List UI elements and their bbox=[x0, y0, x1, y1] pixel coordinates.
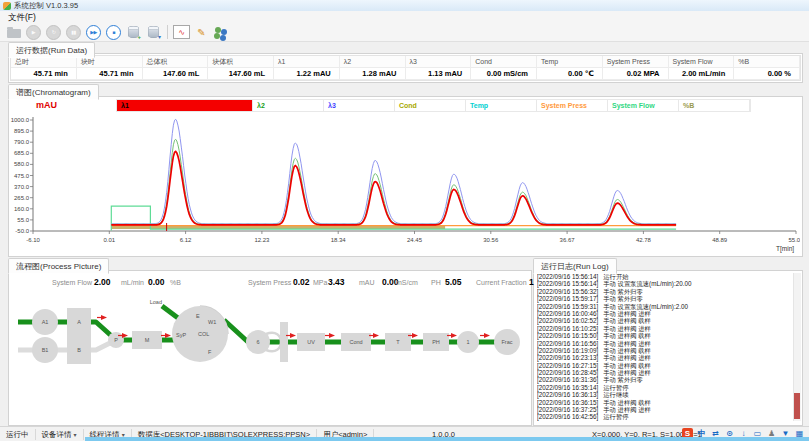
tab-chromatogram[interactable]: 谱图(Chromatogram) bbox=[8, 84, 99, 100]
report-database-icon[interactable]: + bbox=[125, 24, 142, 40]
play-icon[interactable]: ▶ bbox=[25, 24, 42, 40]
svg-text:790.0: 790.0 bbox=[14, 139, 30, 145]
log-entry[interactable]: [2022/09/16 16:42:56]运行暂停 bbox=[537, 413, 791, 420]
fast-forward-icon[interactable]: ▶▶ bbox=[85, 24, 102, 40]
svg-text:1000.0: 1000.0 bbox=[11, 117, 30, 123]
flow-direction-arrow-icon bbox=[165, 333, 171, 338]
log-entry[interactable]: [2022/09/16 15:56:14]运行开始 bbox=[537, 273, 791, 280]
log-time: [2022/09/16 16:10:25] bbox=[537, 325, 598, 332]
tab-run-data[interactable]: 运行数据(Run Data) bbox=[8, 42, 95, 58]
svg-text:580.0: 580.0 bbox=[14, 161, 30, 167]
legend-item[interactable]: System Press bbox=[537, 100, 608, 111]
toolbar: ▶↻▮▮▶▶■+▾∿✎ bbox=[0, 23, 809, 42]
export-database-icon[interactable]: ▾ bbox=[145, 24, 162, 40]
flow-node bbox=[280, 322, 288, 362]
run-data-value: 147.60 mL bbox=[208, 68, 274, 80]
flow-node-label: 1 bbox=[466, 339, 469, 345]
log-time: [2022/09/16 16:36:15] bbox=[537, 399, 598, 406]
log-text: 手动 进样阀 载样 bbox=[603, 317, 651, 324]
repeat-icon[interactable]: ↻ bbox=[45, 24, 62, 40]
log-entry[interactable]: [2022/09/16 16:36:13]运行继续 bbox=[537, 391, 791, 398]
series-λ1 bbox=[111, 152, 676, 225]
legend-item[interactable]: λ1 bbox=[117, 100, 253, 111]
log-entry[interactable]: [2022/09/16 16:16:56]手动 进样阀 进样 bbox=[537, 340, 791, 347]
run-data-value: 45.71 min bbox=[11, 68, 77, 80]
run-data-col-header: λ1 bbox=[274, 56, 340, 68]
svg-text:55.00: 55.00 bbox=[788, 237, 800, 243]
tab-run-log[interactable]: 运行日志(Run Log) bbox=[533, 258, 617, 274]
taskbar-edge bbox=[85, 437, 809, 441]
flow-pipe bbox=[162, 306, 178, 318]
svg-text:265.0: 265.0 bbox=[14, 195, 30, 201]
run-data-col-header: Temp bbox=[537, 56, 603, 68]
log-time: [2022/09/16 15:56:32] bbox=[537, 288, 598, 295]
log-entry[interactable]: [2022/09/16 16:35:14]运行暂停 bbox=[537, 384, 791, 391]
flow-direction-arrow-icon bbox=[484, 333, 490, 338]
svg-text:42.78: 42.78 bbox=[636, 237, 652, 243]
svg-text:18.34: 18.34 bbox=[331, 237, 347, 243]
log-time: [2022/09/16 16:19:09] bbox=[537, 347, 598, 354]
run-data-col-header: System Press bbox=[603, 56, 669, 68]
log-entry[interactable]: [2022/09/16 16:37:25]手动 进样阀 进样 bbox=[537, 406, 791, 413]
svg-text:55.0: 55.0 bbox=[17, 217, 29, 223]
readout-label: mL/min bbox=[121, 279, 144, 286]
readout-value: 1 bbox=[529, 277, 534, 287]
log-entry[interactable]: [2022/09/16 16:00:46]手动 进样阀 进样 bbox=[537, 310, 791, 317]
pause-icon[interactable]: ▮▮ bbox=[65, 24, 82, 40]
svg-text:0.01: 0.01 bbox=[103, 237, 115, 243]
run-data-value: 45.71 min bbox=[77, 68, 143, 80]
log-text: 手动 设置泵流速(mL/min):20.00 bbox=[603, 280, 691, 287]
svg-text:6.12: 6.12 bbox=[180, 237, 192, 243]
log-entry[interactable]: [2022/09/16 15:59:17]手动 紫外归零 bbox=[537, 295, 791, 302]
stop-icon[interactable]: ■ bbox=[105, 24, 122, 40]
log-text: 手动 进样阀 载样 bbox=[603, 399, 651, 406]
log-entry[interactable]: [2022/09/16 15:56:32]手动 紫外归零 bbox=[537, 288, 791, 295]
log-text: 运行开始 bbox=[603, 273, 628, 280]
open-file-icon[interactable] bbox=[5, 24, 22, 40]
legend-item[interactable]: System Flow bbox=[608, 100, 679, 111]
legend-item[interactable]: Temp bbox=[466, 100, 537, 111]
log-entry[interactable]: [2022/09/16 15:56:14]手动 设置泵流速(mL/min):20… bbox=[537, 280, 791, 287]
svg-text:-50.0: -50.0 bbox=[15, 228, 29, 234]
log-text: 手动 进样阀 进样 bbox=[603, 369, 651, 376]
log-time: [2022/09/16 16:00:46] bbox=[537, 310, 598, 317]
svg-text:T[min]: T[min] bbox=[776, 245, 794, 253]
log-entry[interactable]: [2022/09/16 16:15:50]手动 进样阀 载样 bbox=[537, 332, 791, 339]
flow-direction-arrow-icon bbox=[373, 333, 379, 338]
run-log-scrollbar[interactable] bbox=[793, 273, 801, 421]
chromatogram-plot[interactable]: -6.100.016.1212.2318.3424.4530.5636.6742… bbox=[9, 114, 800, 253]
flow-node-label: B bbox=[77, 347, 81, 353]
window-title: 系统控制 V1.0.3.95 bbox=[14, 1, 78, 11]
flow-node-label: 6 bbox=[256, 339, 259, 345]
log-entry[interactable]: [2022/09/16 16:02:52]手动 进样阀 载样 bbox=[537, 317, 791, 324]
readout-value: 0.02 bbox=[293, 277, 310, 287]
log-entry[interactable]: [2022/09/16 16:23:13]手动 进样阀 进样 bbox=[537, 354, 791, 361]
tab-process-picture[interactable]: 流程图(Process Picture) bbox=[8, 258, 109, 274]
svg-text:685.0: 685.0 bbox=[14, 150, 30, 156]
legend-item[interactable]: λ2 bbox=[253, 100, 324, 111]
log-entry[interactable]: [2022/09/16 16:28:45]手动 进样阀 进样 bbox=[537, 369, 791, 376]
log-time: [2022/09/16 15:56:14] bbox=[537, 280, 598, 287]
run-log-list[interactable]: [2022/09/16 15:56:14]运行开始[2022/09/16 15:… bbox=[537, 273, 791, 421]
log-text: 运行暂停 bbox=[603, 384, 628, 391]
log-entry[interactable]: [2022/09/16 16:19:09]手动 进样阀 载样 bbox=[537, 347, 791, 354]
log-text: 手动 紫外归零 bbox=[603, 295, 643, 302]
readout-value: 5.05 bbox=[445, 277, 462, 287]
log-entry[interactable]: [2022/09/16 16:36:15]手动 进样阀 载样 bbox=[537, 399, 791, 406]
log-entry[interactable]: [2022/09/16 15:59:31]手动 设置泵流速(mL/min):2.… bbox=[537, 303, 791, 310]
user-manager-icon[interactable] bbox=[213, 24, 230, 40]
log-entry[interactable]: [2022/09/16 16:31:36]手动 紫外归零 bbox=[537, 376, 791, 383]
title-bar: 系统控制 V1.0.3.95 bbox=[0, 0, 809, 11]
legend-item[interactable]: λ3 bbox=[324, 100, 395, 111]
log-entry[interactable]: [2022/09/16 16:27:15]手动 进样阀 载样 bbox=[537, 362, 791, 369]
legend-item[interactable]: %B bbox=[679, 100, 750, 111]
edit-method-icon[interactable]: ✎ bbox=[193, 24, 210, 40]
run-data-col-header: System Flow bbox=[669, 56, 735, 68]
status-device-details[interactable]: 设备详情 ▾ bbox=[36, 429, 84, 440]
curve-display-icon[interactable]: ∿ bbox=[173, 24, 190, 40]
run-log-scrollbar-thumb[interactable] bbox=[794, 393, 800, 419]
menu-bar: 文件(F) bbox=[0, 11, 809, 23]
svg-text:30.56: 30.56 bbox=[483, 237, 499, 243]
legend-item[interactable]: Cond bbox=[395, 100, 466, 111]
log-entry[interactable]: [2022/09/16 16:10:25]手动 进样阀 进样 bbox=[537, 325, 791, 332]
